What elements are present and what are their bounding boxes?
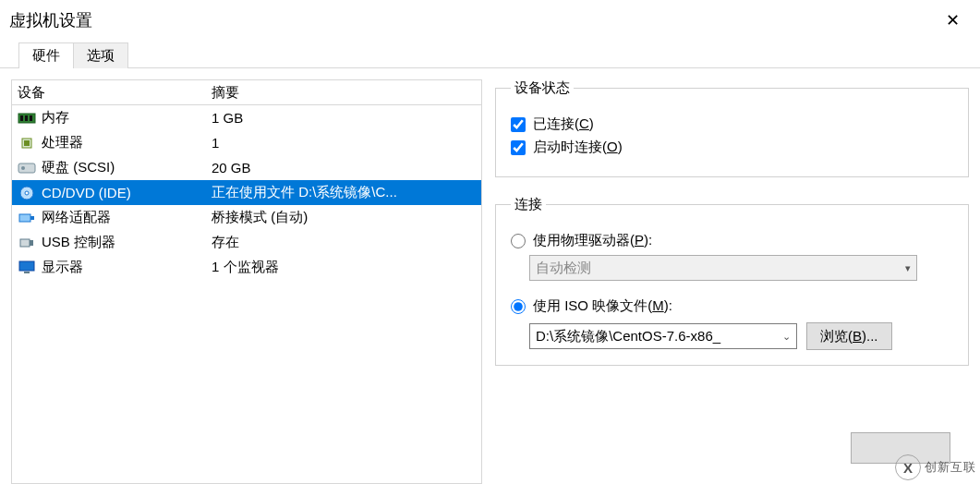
- cpu-icon: [18, 136, 36, 151]
- device-label: 显示器: [42, 259, 83, 276]
- display-icon: [18, 260, 36, 275]
- physical-drive-label: 使用物理驱动器(P):: [533, 232, 652, 249]
- device-row-display[interactable]: 显示器 1 个监视器: [12, 255, 481, 280]
- browse-button[interactable]: 浏览(B)...: [806, 322, 892, 350]
- tabs: 硬件 选项: [0, 41, 980, 68]
- physical-drive-row[interactable]: 使用物理驱动器(P):: [511, 232, 953, 249]
- svg-rect-13: [30, 240, 33, 246]
- svg-rect-3: [30, 115, 32, 121]
- col-header-summary[interactable]: 摘要: [212, 84, 481, 102]
- connect-at-power-row[interactable]: 启动时连接(O): [511, 139, 953, 156]
- svg-rect-6: [18, 163, 35, 173]
- col-header-device[interactable]: 设备: [12, 84, 212, 102]
- connection-legend: 连接: [511, 196, 546, 213]
- device-label: 网络适配器: [42, 209, 111, 226]
- device-label: CD/DVD (IDE): [42, 185, 131, 200]
- usb-icon: [18, 236, 36, 250]
- device-summary: 正在使用文件 D:\系统镜像\C...: [212, 184, 481, 201]
- svg-rect-11: [30, 216, 34, 220]
- connection-group: 连接 使用物理驱动器(P): 自动检测 ▾ 使用 ISO 映像文件(M): D:…: [495, 196, 969, 366]
- connect-at-power-label: 启动时连接(O): [533, 139, 623, 156]
- iso-radio[interactable]: [511, 299, 526, 314]
- connected-label: 已连接(C): [533, 115, 594, 133]
- device-summary: 桥接模式 (自动): [212, 209, 481, 226]
- svg-rect-2: [25, 115, 28, 121]
- svg-point-7: [21, 166, 25, 170]
- device-summary: 存在: [212, 234, 481, 251]
- connected-row[interactable]: 已连接(C): [511, 115, 953, 133]
- svg-rect-10: [19, 214, 30, 222]
- window-title: 虚拟机设置: [9, 9, 92, 31]
- device-summary: 20 GB: [212, 160, 481, 175]
- close-button[interactable]: ✕: [934, 0, 971, 41]
- iso-label: 使用 ISO 映像文件(M):: [533, 297, 672, 315]
- svg-rect-12: [20, 239, 30, 247]
- connected-checkbox[interactable]: [511, 117, 526, 132]
- iso-row[interactable]: 使用 ISO 映像文件(M):: [511, 297, 953, 315]
- svg-rect-1: [20, 115, 23, 121]
- device-label: 硬盘 (SCSI): [42, 159, 115, 176]
- iso-path-combo[interactable]: D:\系统镜像\CentOS-7.6-x86_ ⌄: [529, 323, 797, 349]
- device-summary: 1: [212, 135, 481, 151]
- connect-at-power-checkbox[interactable]: [511, 140, 526, 155]
- watermark-text: 创新互联: [925, 459, 976, 476]
- watermark-logo-icon: X: [895, 454, 921, 480]
- device-label: USB 控制器: [42, 234, 115, 251]
- device-list: 设备 摘要 内存 1 GB 处理器 1: [11, 79, 482, 484]
- device-status-legend: 设备状态: [511, 79, 574, 97]
- physical-drive-dropdown[interactable]: 自动检测 ▾: [529, 255, 917, 281]
- iso-path-value: D:\系统镜像\CentOS-7.6-x86_: [536, 328, 720, 345]
- device-row-cpu[interactable]: 处理器 1: [12, 130, 481, 155]
- physical-drive-radio[interactable]: [511, 234, 526, 248]
- physical-drive-value: 自动检测: [536, 260, 591, 277]
- nic-icon: [18, 211, 36, 225]
- device-row-disk[interactable]: 硬盘 (SCSI) 20 GB: [12, 155, 481, 180]
- device-label: 内存: [42, 109, 69, 127]
- device-list-header: 设备 摘要: [12, 80, 481, 105]
- tab-options[interactable]: 选项: [74, 42, 128, 68]
- chevron-down-icon: ▾: [905, 262, 911, 274]
- svg-point-9: [25, 191, 29, 195]
- disk-icon: [18, 161, 36, 175]
- chevron-down-icon: ⌄: [782, 331, 791, 343]
- cd-icon: [18, 186, 36, 200]
- device-row-memory[interactable]: 内存 1 GB: [12, 105, 481, 130]
- device-row-nic[interactable]: 网络适配器 桥接模式 (自动): [12, 205, 481, 230]
- device-row-usb[interactable]: USB 控制器 存在: [12, 230, 481, 255]
- device-status-group: 设备状态 已连接(C) 启动时连接(O): [495, 79, 969, 177]
- device-row-cd[interactable]: CD/DVD (IDE) 正在使用文件 D:\系统镜像\C...: [12, 180, 481, 205]
- svg-rect-5: [24, 140, 30, 146]
- device-summary: 1 GB: [212, 110, 481, 126]
- watermark: X 创新互联: [895, 454, 976, 480]
- memory-icon: [18, 111, 36, 126]
- tab-hardware[interactable]: 硬件: [18, 42, 74, 68]
- device-summary: 1 个监视器: [212, 259, 481, 276]
- title-bar: 虚拟机设置 ✕: [0, 0, 980, 41]
- device-label: 处理器: [42, 134, 83, 151]
- svg-rect-15: [24, 272, 30, 273]
- svg-rect-14: [19, 261, 34, 271]
